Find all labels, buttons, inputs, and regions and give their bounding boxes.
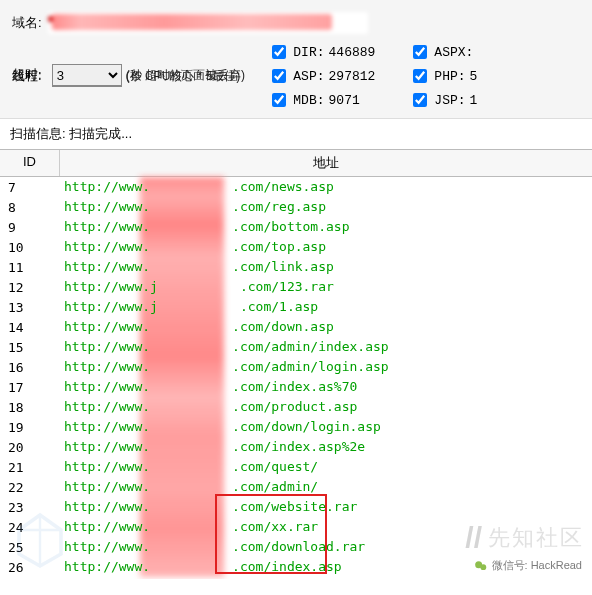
asp-label: ASP: — [293, 69, 324, 84]
domain-label: 域名: — [12, 14, 42, 32]
cell-url: http://www..com/top.asp — [60, 239, 592, 255]
php-checkbox[interactable] — [413, 69, 427, 83]
mdb-value: 9071 — [329, 93, 360, 108]
jsp-checkbox-row[interactable]: JSP: 1 — [409, 90, 477, 110]
table-row[interactable]: 19http://www..com/down/login.asp — [0, 417, 592, 437]
cell-url: http://www..com/xx.rar — [60, 519, 592, 535]
cell-url: http://www..com/quest/ — [60, 459, 592, 475]
checkbox-column-2: ASPX: PHP: 5 JSP: 1 — [409, 42, 477, 110]
table-row[interactable]: 26http://www..com/index.asp — [0, 557, 592, 577]
table-row[interactable]: 7http://www..com/news.asp — [0, 177, 592, 197]
asp-value: 297812 — [329, 69, 376, 84]
cell-id: 17 — [0, 380, 60, 395]
table-row[interactable]: 14http://www..com/down.asp — [0, 317, 592, 337]
table-body: 7http://www..com/news.asp8http://www..co… — [0, 177, 592, 577]
cell-id: 26 — [0, 560, 60, 575]
cell-id: 20 — [0, 440, 60, 455]
timeout-hint: (秒 超时的页面被丢弃) — [126, 67, 245, 84]
cell-url: http://www..com/admin/login.asp — [60, 359, 592, 375]
table-row[interactable]: 11http://www..com/link.asp — [0, 257, 592, 277]
mdb-checkbox-row[interactable]: MDB: 9071 — [268, 90, 375, 110]
cell-url: http://www..com/news.asp — [60, 179, 592, 195]
jsp-checkbox[interactable] — [413, 93, 427, 107]
aspx-checkbox-row[interactable]: ASPX: — [409, 42, 477, 62]
cell-id: 8 — [0, 200, 60, 215]
checkbox-column-1: DIR: 446889 ASP: 297812 MDB: 9071 — [268, 42, 375, 110]
cell-url: http://www..com/link.asp — [60, 259, 592, 275]
table-row[interactable]: 13http://www.j.com/1.asp — [0, 297, 592, 317]
dir-label: DIR: — [293, 45, 324, 60]
table-row[interactable]: 17http://www..com/index.as%70 — [0, 377, 592, 397]
table-row[interactable]: 24http://www..com/xx.rar — [0, 517, 592, 537]
jsp-label: JSP: — [434, 93, 465, 108]
cell-url: http://www..com/reg.asp — [60, 199, 592, 215]
table-row[interactable]: 20http://www..com/index.asp%2e — [0, 437, 592, 457]
cell-id: 21 — [0, 460, 60, 475]
domain-input-redacted[interactable] — [48, 12, 368, 34]
col-header-id[interactable]: ID — [0, 150, 60, 176]
col-header-url[interactable]: 地址 — [60, 150, 592, 176]
table-row[interactable]: 15http://www..com/admin/index.asp — [0, 337, 592, 357]
dir-checkbox[interactable] — [272, 45, 286, 59]
table-row[interactable]: 21http://www..com/quest/ — [0, 457, 592, 477]
dir-checkbox-row[interactable]: DIR: 446889 — [268, 42, 375, 62]
asp-checkbox-row[interactable]: ASP: 297812 — [268, 66, 375, 86]
cell-url: http://www..com/bottom.asp — [60, 219, 592, 235]
cell-id: 19 — [0, 420, 60, 435]
php-checkbox-row[interactable]: PHP: 5 — [409, 66, 477, 86]
cell-url: http://www..com/product.asp — [60, 399, 592, 415]
cell-url: http://www..com/download.rar — [60, 539, 592, 555]
scan-info-bar: 扫描信息: 扫描完成... — [0, 119, 592, 149]
table-row[interactable]: 22http://www..com/admin/ — [0, 477, 592, 497]
cell-url: http://www..com/admin/ — [60, 479, 592, 495]
cell-id: 22 — [0, 480, 60, 495]
cell-id: 24 — [0, 520, 60, 535]
scan-info-label: 扫描信息: — [10, 126, 66, 141]
table-row[interactable]: 8http://www..com/reg.asp — [0, 197, 592, 217]
cell-id: 18 — [0, 400, 60, 415]
table-row[interactable]: 18http://www..com/product.asp — [0, 397, 592, 417]
mdb-label: MDB: — [293, 93, 324, 108]
jsp-value: 1 — [470, 93, 478, 108]
timeout-select[interactable]: 3 — [52, 64, 122, 86]
cell-url: http://www..com/index.as%70 — [60, 379, 592, 395]
cell-id: 9 — [0, 220, 60, 235]
cell-url: http://www..com/index.asp%2e — [60, 439, 592, 455]
php-value: 5 — [470, 69, 478, 84]
table-row[interactable]: 25http://www..com/download.rar — [0, 537, 592, 557]
cell-id: 10 — [0, 240, 60, 255]
results-table: ID 地址 7http://www..com/news.asp8http://w… — [0, 149, 592, 579]
table-row[interactable]: 23http://www..com/website.rar — [0, 497, 592, 517]
domain-row: 域名: — [12, 12, 580, 34]
mdb-checkbox[interactable] — [272, 93, 286, 107]
cell-url: http://www..com/website.rar — [60, 499, 592, 515]
asp-checkbox[interactable] — [272, 69, 286, 83]
php-label: PHP: — [434, 69, 465, 84]
dir-value: 446889 — [329, 45, 376, 60]
cell-url: http://www..com/index.asp — [60, 559, 592, 575]
aspx-label: ASPX: — [434, 45, 473, 60]
cell-url: http://www.j.com/123.rar — [60, 279, 592, 295]
cell-id: 14 — [0, 320, 60, 335]
cell-url: http://www..com/admin/index.asp — [60, 339, 592, 355]
cell-url: http://www.j.com/1.asp — [60, 299, 592, 315]
cell-id: 25 — [0, 540, 60, 555]
cell-url: http://www..com/down.asp — [60, 319, 592, 335]
scan-status: 扫描完成... — [69, 126, 132, 141]
table-row[interactable]: 16http://www..com/admin/login.asp — [0, 357, 592, 377]
table-header: ID 地址 — [0, 149, 592, 177]
cell-id: 15 — [0, 340, 60, 355]
cell-id: 16 — [0, 360, 60, 375]
cell-id: 7 — [0, 180, 60, 195]
table-row[interactable]: 9http://www..com/bottom.asp — [0, 217, 592, 237]
table-row[interactable]: 12http://www.j.com/123.rar — [0, 277, 592, 297]
cell-id: 12 — [0, 280, 60, 295]
timeout-label: 超时: — [12, 66, 42, 84]
config-panel: 域名: 线程: 20 (条 CPU核心 * 5最佳) DIR: 446889 A… — [0, 0, 592, 119]
cell-id: 13 — [0, 300, 60, 315]
aspx-checkbox[interactable] — [413, 45, 427, 59]
cell-url: http://www..com/down/login.asp — [60, 419, 592, 435]
table-row[interactable]: 10http://www..com/top.asp — [0, 237, 592, 257]
cell-id: 11 — [0, 260, 60, 275]
cell-id: 23 — [0, 500, 60, 515]
